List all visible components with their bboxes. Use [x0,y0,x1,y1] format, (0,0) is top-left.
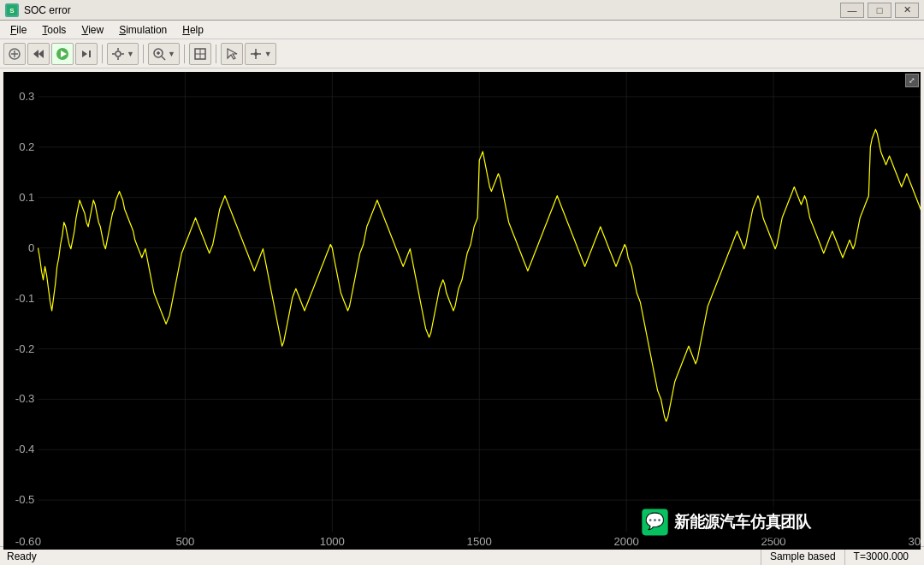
svg-text:-0.4: -0.4 [15,443,35,455]
main-area: 0.3 0.2 0.1 0 -0.1 -0.2 -0.3 -0.4 -0.5 -… [0,68,924,546]
ready-status: Ready [7,550,37,562]
toolbar-sep-1 [102,45,103,63]
title-bar-left: S SOC error [5,3,71,17]
menu-simulation[interactable]: Simulation [112,22,174,38]
minimize-button[interactable]: — [840,3,864,18]
menu-tools[interactable]: Tools [35,22,73,38]
toolbar: ▼ ▼ ▼ [0,39,924,68]
toolbar-sep-4 [216,45,216,63]
svg-text:1000: 1000 [320,535,345,548]
fit-button[interactable] [189,43,211,65]
toolbar-sep-3 [184,45,185,63]
svg-marker-23 [228,49,237,59]
maximize-button[interactable]: □ [868,3,891,18]
watermark-group: 💬 新能源汽车仿真团队 [635,505,903,538]
menu-bar: File Tools View Simulation Help [0,21,924,39]
svg-text:500: 500 [175,535,194,548]
run-button[interactable] [51,43,74,65]
svg-text:-0.3: -0.3 [15,392,35,405]
svg-rect-27 [3,72,921,550]
svg-point-11 [116,51,121,56]
expand-button[interactable]: ⤢ [905,74,919,87]
svg-text:0: 0 [35,535,41,548]
close-button[interactable]: ✕ [895,3,919,18]
svg-line-17 [162,56,165,60]
menu-view[interactable]: View [74,22,110,38]
svg-text:1500: 1500 [467,535,492,548]
window-controls[interactable]: — □ ✕ [840,3,919,18]
svg-text:0.3: 0.3 [19,90,34,103]
svg-text:0.2: 0.2 [19,140,34,153]
svg-marker-5 [33,50,38,58]
svg-text:新能源汽车仿真团队: 新能源汽车仿真团队 [674,513,812,531]
cursor2-dropdown[interactable]: ▼ [245,43,276,65]
svg-text:0: 0 [28,241,34,254]
svg-text:-0.1: -0.1 [15,292,35,305]
app-icon: S [5,3,19,17]
zoom-dropdown[interactable]: ▼ [148,43,180,65]
chart-container: 0.3 0.2 0.1 0 -0.1 -0.2 -0.3 -0.4 -0.5 -… [3,72,921,550]
svg-text:-0.5: -0.5 [15,493,35,506]
svg-text:💬: 💬 [645,511,665,531]
svg-text:3000: 3000 [908,535,921,548]
svg-text:0.1: 0.1 [19,191,34,204]
step-button[interactable] [75,43,98,65]
svg-text:-0.2: -0.2 [15,342,35,354]
svg-marker-9 [82,51,87,57]
svg-point-26 [254,52,258,56]
title-bar: S SOC error — □ ✕ [0,0,924,21]
new-button[interactable] [3,43,26,65]
svg-text:S: S [9,7,15,15]
svg-text:-0.6: -0.6 [15,535,35,548]
window-title: SOC error [24,4,71,16]
menu-file[interactable]: File [3,22,33,38]
menu-help[interactable]: Help [175,22,210,38]
toolbar-sep-2 [143,45,144,63]
cursor1-button[interactable] [221,43,243,65]
chart-svg: 0.3 0.2 0.1 0 -0.1 -0.2 -0.3 -0.4 -0.5 -… [3,72,921,550]
svg-marker-6 [38,50,44,58]
settings-dropdown[interactable]: ▼ [107,43,139,65]
rewind-button[interactable] [27,43,50,65]
svg-rect-10 [89,51,91,57]
